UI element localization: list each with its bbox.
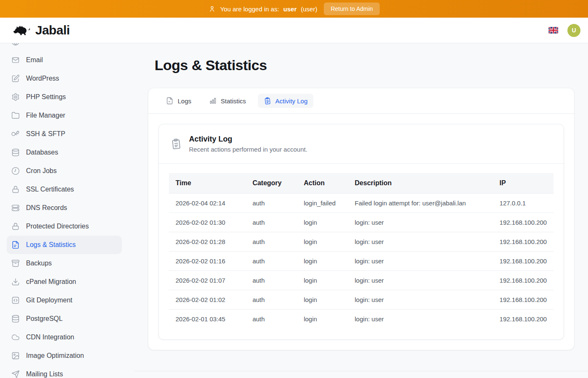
globe-icon [11,43,20,46]
col-description: Description [348,173,493,194]
sidebar-item-email[interactable]: Email [7,51,122,69]
col-ip: IP [493,173,554,194]
server-icon [11,204,20,212]
logged-in-prefix: You are logged in as: [220,5,279,13]
sidebar-item-label: SSH & SFTP [26,130,65,138]
sidebar-item-label: cPanel Migration [26,278,76,286]
table-row: 2026-02-02 01:30authloginlogin: user192.… [169,213,554,232]
sidebar-item-partial[interactable] [7,43,122,51]
page-title: Logs & Statistics [155,57,575,74]
table-row: 2026-02-04 02:14authlogin_failedFailed l… [169,194,554,213]
person-icon [208,5,216,13]
table-row: 2026-02-02 01:16authloginlogin: user192.… [169,252,554,271]
user-avatar[interactable]: U [567,24,580,37]
logs-card: Logs Statistics Activity Log Activity [148,88,575,350]
image-icon [11,352,20,360]
sidebar-item-logs-statistics[interactable]: Logs & Statistics [7,236,122,254]
sidebar-item-postgresql[interactable]: PostgreSQL [7,310,122,328]
brand-name: Jabali [35,23,70,37]
footer-divider [134,371,588,371]
tab-activity-log[interactable]: Activity Log [258,94,314,108]
panel-title: Activity Log [189,135,307,144]
sidebar-item-cron-jobs[interactable]: Cron Jobs [7,162,122,180]
sidebar-item-label: File Manager [26,112,65,119]
brand[interactable]: Jabali [12,23,70,38]
code-icon [11,296,20,304]
file-text-icon [11,241,20,249]
sidebar-item-cpanel-migration[interactable]: cPanel Migration [7,273,122,291]
tab-statistics[interactable]: Statistics [203,94,252,108]
tab-bar: Logs Statistics Activity Log [148,88,574,114]
sidebar-item-cdn-integration[interactable]: CDN Integration [7,328,122,346]
sidebar-item-label: PostgreSQL [26,315,63,323]
uk-flag-icon[interactable] [549,27,558,34]
database-icon [11,148,20,157]
activity-table: Time Category Action Description IP 2026… [169,173,554,328]
sidebar-item-label: SSL Certificates [26,186,74,193]
logged-in-role: (user) [301,5,317,13]
sidebar-item-databases[interactable]: Databases [7,143,122,162]
sidebar-item-label: Backups [26,260,52,267]
boar-icon [12,23,31,38]
lock-icon [11,222,20,231]
tab-logs[interactable]: Logs [160,94,197,108]
cloud-icon [11,333,20,341]
col-action: Action [297,173,348,194]
mail-icon [11,56,20,64]
table-row: 2026-02-02 01:02authloginlogin: user192.… [169,290,554,310]
clock-icon [11,167,20,175]
sidebar-item-ssh-sftp[interactable]: SSH & SFTP [7,125,122,143]
topbar: You are logged in as: user (user) Return… [0,0,588,18]
sidebar-item-backups[interactable]: Backups [7,254,122,273]
sidebar-item-label: PHP Settings [26,93,66,101]
activity-table-wrap: Time Category Action Description IP 2026… [159,164,564,339]
sidebar-item-protected-directories[interactable]: Protected Directories [7,217,122,236]
sidebar-item-dns-records[interactable]: DNS Records [7,199,122,217]
sidebar-item-label: Git Deployment [26,297,72,304]
edit-icon [11,74,20,83]
sidebar-item-image-optimization[interactable]: Image Optimization [7,346,122,365]
col-category: Category [246,173,297,194]
table-row: 2026-02-02 01:28authloginlogin: user192.… [169,232,554,252]
clipboard-icon [263,97,272,105]
main-content: Logs & Statistics Logs Statistics Activi… [134,43,588,378]
folder-icon [11,111,20,120]
activity-log-panel: Activity Log Recent actions performed in… [158,124,564,340]
panel-header: Activity Log Recent actions performed in… [159,124,564,164]
sidebar-item-ssl-certificates[interactable]: SSL Certificates [7,180,122,199]
database-icon [11,315,20,323]
sidebar-item-label: Image Optimization [26,352,84,360]
col-time: Time [169,173,246,194]
sidebar-item-label: Logs & Statistics [26,241,76,249]
file-icon [166,97,173,105]
archive-icon [11,259,20,268]
key-icon [11,130,20,138]
sidebar-item-label: Email [26,56,43,64]
return-to-admin-button[interactable]: Return to Admin [324,3,379,15]
sidebar-item-label: Protected Directories [26,223,89,230]
sidebar-item-file-manager[interactable]: File Manager [7,106,122,125]
gear-icon [11,93,20,101]
sidebar-item-label: DNS Records [26,204,67,212]
sidebar-item-label: WordPress [26,75,59,82]
sidebar-item-php-settings[interactable]: PHP Settings [7,88,122,106]
sidebar: Email WordPress PHP Settings File Manage… [0,43,134,378]
sidebar-item-wordpress[interactable]: WordPress [7,69,122,88]
sidebar-item-label: Mailing Lists [26,370,63,378]
table-header-row: Time Category Action Description IP [169,173,554,194]
logged-in-username: user [284,5,297,13]
table-row: 2026-02-01 03:45authloginlogin: user192.… [169,310,554,329]
table-row: 2026-02-02 01:07authloginlogin: user192.… [169,271,554,290]
send-icon [11,370,20,378]
sidebar-item-label: Cron Jobs [26,167,57,175]
sidebar-item-label: Databases [26,149,58,156]
clipboard-icon [170,138,183,150]
download-icon [11,278,20,286]
panel-subtitle: Recent actions performed in your account… [189,146,307,153]
logged-in-message: You are logged in as: user (user) [208,5,317,13]
bar-chart-icon [209,97,217,105]
sidebar-item-mailing-lists[interactable]: Mailing Lists [7,365,122,378]
app-header: Jabali U [0,18,588,43]
lock-icon [11,185,20,194]
sidebar-item-git-deployment[interactable]: Git Deployment [7,291,122,310]
